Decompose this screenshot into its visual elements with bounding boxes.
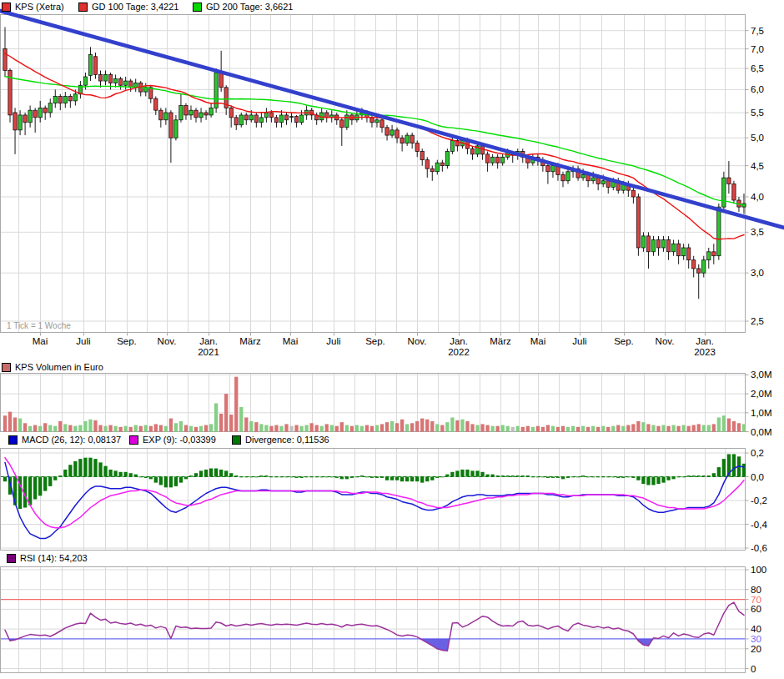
volume-bar (320, 426, 324, 432)
volume-bar (88, 420, 92, 432)
svg-text:Juli: Juli (76, 336, 90, 346)
macd-swatch-icon (8, 435, 18, 445)
volume-bar (169, 419, 173, 432)
candle-body (681, 248, 685, 256)
volume-bar (370, 426, 374, 432)
volume-bar (651, 425, 655, 432)
candle-body (159, 110, 163, 120)
volume-bar (516, 426, 520, 432)
divergence-label: Divergence: 0,11536 (245, 435, 329, 445)
candle-body (395, 130, 399, 138)
divergence-bar (661, 477, 665, 483)
macd-panel (1, 449, 746, 551)
divergence-bar (586, 477, 590, 478)
volume-bar (304, 425, 308, 432)
candle-body (234, 118, 238, 125)
price-axis: 7,57,06,56,05,55,04,54,03,53,02,5 (746, 26, 765, 326)
volume-bar (254, 422, 258, 431)
divergence-bar (229, 473, 233, 476)
divergence-bar (551, 477, 555, 478)
divergence-bar (199, 470, 203, 476)
rsi-axis: 1008070604030200 (746, 565, 767, 674)
volume-bar (144, 425, 148, 432)
volume-bar (139, 426, 143, 432)
candle-body (410, 135, 414, 143)
divergence-bar (249, 477, 253, 478)
divergence-swatch-icon (232, 435, 241, 445)
divergence-bar (556, 477, 560, 478)
volume-bar (179, 421, 183, 431)
svg-text:2021: 2021 (198, 347, 219, 357)
divergence-bar (581, 475, 585, 476)
divergence-bar (184, 477, 188, 480)
candle-body (697, 269, 701, 273)
volume-bar (18, 419, 22, 432)
svg-text:Jan.: Jan. (450, 336, 468, 346)
divergence-bar (284, 477, 288, 478)
volume-bar (53, 426, 57, 432)
volume-bar (631, 424, 635, 431)
volume-bar (455, 420, 459, 432)
candle-body (641, 236, 645, 248)
volume-bar (470, 424, 474, 431)
volume-bar (465, 421, 469, 431)
candle-body (661, 240, 665, 248)
divergence-bar (501, 475, 505, 476)
volume-bar (556, 427, 560, 432)
volume-bar (315, 425, 319, 432)
volume-bar (33, 425, 37, 432)
candle-body (118, 79, 122, 86)
svg-text:3,0M: 3,0M (751, 370, 772, 380)
candle-body (712, 252, 716, 256)
divergence-bar (571, 477, 575, 478)
volume-bar (390, 421, 394, 431)
divergence-bar (194, 473, 198, 476)
candle-body (671, 244, 675, 252)
divergence-bar (219, 470, 223, 477)
divergence-bar (78, 459, 82, 476)
divergence-bar (279, 477, 283, 478)
svg-text:Juli: Juli (572, 336, 586, 346)
volume-bar (621, 426, 625, 432)
volume-bar (571, 426, 575, 432)
volume-bar (717, 417, 721, 431)
divergence-bar (576, 477, 580, 478)
candle-body (33, 110, 37, 118)
volume-bar (58, 421, 62, 431)
volume-bar (214, 403, 218, 431)
divergence-bar (289, 477, 293, 478)
volume-bar (661, 425, 665, 432)
divergence-bar (355, 477, 359, 478)
divergence-bar (430, 477, 434, 480)
macd-label: MACD (26, 12): 0,08137 (22, 435, 121, 445)
divergence-bar (495, 475, 499, 476)
candle-body (636, 197, 640, 248)
svg-text:100: 100 (751, 565, 766, 575)
volume-bar (722, 415, 726, 431)
divergence-bar (299, 477, 303, 478)
divergence-bar (636, 477, 640, 480)
candle-body (717, 207, 721, 256)
volume-bar (380, 424, 384, 431)
volume-bar (687, 426, 691, 432)
divergence-bar (621, 477, 625, 478)
symbol-label: KPS (Xetra) (15, 2, 64, 12)
volume-bar (526, 426, 530, 432)
volume-bar (732, 421, 736, 431)
volume-bar (199, 426, 203, 432)
candle-body (606, 181, 610, 188)
candle-body (380, 120, 384, 128)
divergence-bar (405, 477, 409, 482)
svg-text:März: März (239, 336, 261, 346)
volume-bar (506, 426, 510, 432)
divergence-bar (224, 470, 228, 476)
volume-bar (129, 427, 133, 432)
legend-item-gd100: GD 100 Tage: 3,4221 (78, 1, 178, 13)
tick-interval-note: 1 Tick = 1 Woche (7, 321, 71, 330)
svg-text:Juli: Juli (326, 336, 340, 346)
candle-body (3, 49, 7, 71)
volume-bar (23, 423, 27, 431)
candle-body (113, 79, 117, 83)
divergence-bar (179, 477, 183, 483)
svg-text:7,0: 7,0 (751, 44, 764, 54)
